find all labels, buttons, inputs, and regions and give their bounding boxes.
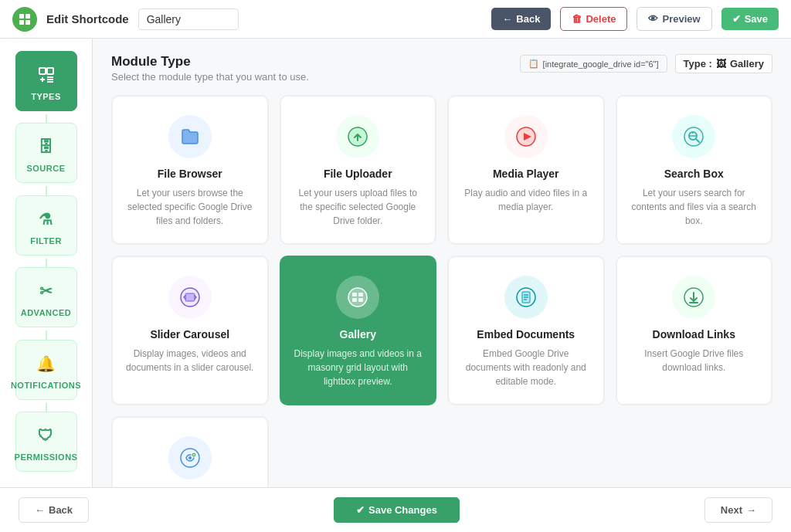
- slider-carousel-title: Slider Carousel: [150, 328, 229, 341]
- svg-rect-0: [19, 14, 24, 19]
- footer-next-arrow-icon: →: [746, 504, 756, 516]
- file-uploader-desc: Let your users upload files to the speci…: [294, 186, 423, 228]
- module-card-media-player[interactable]: Media Player Play audio and video files …: [447, 95, 605, 245]
- sidebar-item-source[interactable]: 🗄 SOURCE: [15, 123, 77, 183]
- sidebar-item-notifications[interactable]: 🔔 NOTIFICATIONS: [15, 340, 77, 400]
- content-header: Module Type Select the module type that …: [111, 54, 772, 83]
- footer-next-button[interactable]: Next →: [704, 497, 772, 523]
- footer-back-button[interactable]: ← Back: [19, 497, 89, 523]
- header: Edit Shortcode ← Back 🗑 Delete 👁 Preview…: [0, 0, 791, 39]
- type-badge: Type : 🖼 Gallery: [675, 54, 772, 73]
- svg-point-21: [348, 288, 367, 307]
- media-player-desc: Play audio and video files in a media pl…: [461, 186, 591, 214]
- search-box-title: Search Box: [664, 168, 724, 180]
- delete-button[interactable]: 🗑 Delete: [560, 7, 627, 31]
- footer-back-arrow-icon: ←: [35, 504, 45, 516]
- file-browser-desc: Let your users browse the selected speci…: [125, 186, 255, 228]
- gallery-title: Gallery: [340, 328, 376, 341]
- connector-4: [46, 330, 47, 339]
- module-card-gallery[interactable]: Gallery Display images and videos in a m…: [280, 256, 437, 405]
- permissions-icon: 🛡: [32, 422, 60, 449]
- preview-button[interactable]: 👁 Preview: [637, 7, 711, 31]
- svg-rect-23: [358, 293, 363, 296]
- embed-documents-desc: Embed Google Drive documents with readon…: [461, 347, 591, 388]
- svg-point-14: [684, 127, 703, 146]
- types-icon: [32, 61, 60, 89]
- embed-documents-title: Embed Documents: [477, 328, 575, 341]
- svg-rect-22: [352, 293, 357, 296]
- svg-rect-5: [47, 68, 53, 74]
- content-area: Module Type Select the module type that …: [93, 39, 791, 487]
- content-meta: 📋 [integrate_google_drive id="6"] Type :…: [520, 54, 772, 73]
- slider-carousel-desc: Display images, videos and documents in …: [125, 347, 255, 374]
- sidebar-item-permissions[interactable]: 🛡 PERMISSIONS: [15, 412, 77, 472]
- shortcode-icon: 📋: [528, 59, 539, 69]
- module-card-embed-documents[interactable]: Embed Documents Embed Google Drive docum…: [447, 256, 605, 405]
- search-box-desc: Let your users search for contents and f…: [630, 186, 759, 228]
- svg-rect-4: [39, 68, 46, 74]
- modules-grid: File Browser Let your users browse the s…: [111, 95, 772, 487]
- gallery-icon-small: 🖼: [716, 58, 726, 69]
- download-links-desc: Insert Google Drive files download links…: [630, 347, 759, 374]
- media-player-icon: [504, 115, 548, 158]
- sidebar-item-advanced[interactable]: ✂ ADVANCED: [15, 267, 77, 327]
- module-card-download-links[interactable]: Download Links Insert Google Drive files…: [616, 256, 773, 405]
- file-browser-icon: [168, 115, 212, 158]
- svg-rect-25: [358, 298, 363, 302]
- gallery-desc: Display images and videos in a masonry g…: [294, 347, 423, 388]
- module-type-subtitle: Select the module type that you want to …: [111, 71, 309, 83]
- file-browser-title: File Browser: [158, 168, 222, 180]
- search-box-icon: [672, 115, 715, 158]
- footer-check-icon: ✔: [356, 504, 365, 516]
- connector-1: [46, 114, 47, 123]
- back-button[interactable]: ← Back: [491, 8, 551, 30]
- download-links-title: Download Links: [653, 328, 735, 341]
- view-links-icon: [168, 436, 212, 479]
- module-type-title: Module Type: [111, 54, 309, 69]
- module-card-view-links[interactable]: View Links Insert Google Drive files vie…: [111, 416, 269, 487]
- filter-icon: ⚗: [32, 205, 60, 233]
- module-card-slider-carousel[interactable]: Slider Carousel Display images, videos a…: [111, 256, 269, 405]
- slider-carousel-icon: [168, 276, 212, 319]
- footer-save-changes-button[interactable]: ✔ Save Changes: [334, 497, 460, 523]
- notifications-icon: 🔔: [32, 350, 60, 378]
- svg-rect-20: [185, 293, 195, 301]
- delete-icon: 🗑: [572, 13, 582, 25]
- gallery-icon: [336, 276, 379, 319]
- module-card-file-uploader[interactable]: File Uploader Let your users upload file…: [280, 95, 437, 245]
- svg-rect-24: [352, 298, 357, 302]
- file-uploader-icon: [336, 115, 379, 158]
- page-title: Edit Shortcode: [46, 12, 129, 25]
- module-card-search-box[interactable]: Search Box Let your users search for con…: [616, 95, 773, 245]
- connector-2: [46, 186, 47, 195]
- check-icon: ✔: [732, 13, 741, 25]
- source-icon: 🗄: [32, 133, 60, 161]
- svg-point-34: [188, 456, 192, 459]
- main-layout: TYPES 🗄 SOURCE ⚗ FILTER ✂ ADVANCED 🔔 NOT…: [0, 39, 791, 487]
- connector-3: [46, 259, 47, 267]
- module-card-file-browser[interactable]: File Browser Let your users browse the s…: [111, 95, 269, 245]
- svg-rect-2: [19, 20, 24, 25]
- content-title-group: Module Type Select the module type that …: [111, 54, 309, 83]
- sidebar-item-types[interactable]: TYPES: [15, 51, 77, 111]
- shortcode-name-input[interactable]: [138, 8, 239, 30]
- download-links-icon: [672, 276, 715, 319]
- file-uploader-title: File Uploader: [324, 168, 392, 180]
- media-player-title: Media Player: [493, 168, 559, 180]
- sidebar: TYPES 🗄 SOURCE ⚗ FILTER ✂ ADVANCED 🔔 NOT…: [0, 39, 93, 487]
- footer: ← Back ✔ Save Changes Next →: [0, 487, 791, 532]
- svg-rect-1: [25, 14, 30, 19]
- advanced-icon: ✂: [32, 277, 60, 305]
- svg-rect-3: [25, 20, 30, 25]
- embed-documents-icon: [504, 276, 548, 319]
- save-button[interactable]: ✔ Save: [721, 8, 779, 30]
- connector-5: [46, 403, 47, 412]
- logo: [12, 7, 37, 32]
- eye-icon: 👁: [648, 13, 658, 25]
- sidebar-item-filter[interactable]: ⚗ FILTER: [15, 195, 77, 256]
- shortcode-badge: 📋 [integrate_google_drive id="6"]: [520, 55, 667, 73]
- back-arrow-icon: ←: [502, 13, 512, 25]
